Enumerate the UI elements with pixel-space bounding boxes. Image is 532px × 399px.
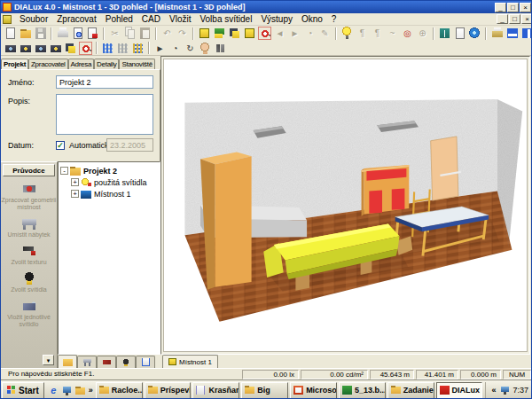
task-button-krasnan[interactable]: Krasňan... bbox=[192, 382, 239, 399]
line-arrangement-icon[interactable]: ¶ bbox=[371, 27, 384, 40]
copy-icon[interactable] bbox=[123, 27, 137, 40]
start-button[interactable]: Start bbox=[2, 382, 44, 399]
task-button-dialux[interactable]: DIALux ... bbox=[436, 382, 483, 399]
false-colors-icon[interactable]: ◎ bbox=[401, 27, 414, 40]
single-luminaire-icon[interactable] bbox=[340, 27, 354, 40]
menu-okno[interactable]: Okno bbox=[297, 14, 327, 24]
insert-room-icon[interactable] bbox=[198, 27, 211, 40]
minimize-button[interactable]: _ bbox=[495, 3, 506, 12]
measure-icon[interactable]: ✎ bbox=[318, 27, 332, 40]
menu-volba-svitidel[interactable]: Volba svítidel bbox=[195, 14, 256, 24]
tree-item-project[interactable]: - Projekt 2 bbox=[60, 165, 160, 176]
print-preview-icon[interactable] bbox=[71, 27, 84, 40]
mdi-restore-button[interactable]: □ bbox=[509, 14, 520, 24]
rotate-icon[interactable]: ↻ bbox=[184, 42, 197, 55]
task-button-microsoft[interactable]: Microso... bbox=[290, 382, 337, 399]
task-button-prispevky[interactable]: Príspevky bbox=[145, 382, 192, 399]
wardrobe[interactable] bbox=[200, 152, 252, 289]
output-icon[interactable] bbox=[490, 27, 504, 40]
viewport-tab-room[interactable]: Místnost 1 bbox=[162, 355, 218, 368]
mdi-close-button[interactable]: × bbox=[521, 14, 532, 24]
guide-item-place-furniture[interactable]: Umístit nábytek bbox=[1, 216, 57, 239]
menu-zpracovat[interactable]: Zpracovat bbox=[52, 14, 100, 24]
tree-tab-luminaires[interactable] bbox=[116, 356, 136, 368]
network-icon[interactable] bbox=[500, 386, 510, 395]
cabinet[interactable] bbox=[362, 165, 410, 216]
mdi-document-icon[interactable] bbox=[3, 15, 12, 24]
luminaire-grid-icon[interactable] bbox=[101, 42, 114, 55]
internet-explorer-icon[interactable]: e bbox=[48, 385, 59, 396]
split-vertical-icon[interactable] bbox=[520, 27, 532, 40]
menu-vystupy[interactable]: Výstupy bbox=[256, 14, 297, 24]
tray-collapse-button[interactable]: « bbox=[489, 386, 497, 395]
tab-adresa[interactable]: Adresa bbox=[68, 59, 95, 69]
expand-icon[interactable]: + bbox=[71, 178, 79, 186]
collapse-icon[interactable]: - bbox=[60, 167, 68, 175]
close-button[interactable]: × bbox=[520, 3, 531, 12]
luminaire-line-icon[interactable] bbox=[131, 42, 145, 55]
menu-vlozit[interactable]: Vložit bbox=[165, 14, 195, 24]
guide-item-choose-luminaire[interactable]: Zvolit svítidla bbox=[1, 271, 57, 293]
show-desktop-icon[interactable] bbox=[61, 385, 73, 396]
task-button-racloe[interactable]: Racloe... bbox=[96, 382, 143, 399]
task-button-zadanie[interactable]: Zadanie... bbox=[387, 382, 434, 399]
curve-arrangement-icon[interactable]: ~ bbox=[386, 27, 399, 40]
menu-cad[interactable]: CAD bbox=[137, 14, 165, 24]
insert-luminaire-icon[interactable] bbox=[243, 27, 256, 40]
menu-soubor[interactable]: Soubor bbox=[15, 14, 52, 24]
export-icon[interactable] bbox=[86, 27, 99, 40]
door[interactable] bbox=[431, 137, 461, 200]
tree-item-room[interactable]: + Místnost 1 bbox=[60, 188, 160, 200]
tree-tab-output[interactable] bbox=[136, 356, 155, 368]
print-icon[interactable] bbox=[56, 27, 69, 40]
tree-tab-project[interactable] bbox=[58, 355, 77, 368]
viewport-3d[interactable] bbox=[160, 56, 530, 355]
auto-date-checkbox[interactable]: ✓ bbox=[56, 141, 65, 150]
previous-view-icon[interactable]: ◄ bbox=[273, 27, 286, 40]
guide-item-insert-single-luminaire[interactable]: Vložit jednotlivé svítidlo bbox=[1, 299, 57, 328]
split-horizontal-icon[interactable] bbox=[505, 27, 519, 40]
title-bar[interactable]: DIALux 4.0 - Mistnost 1 - 3D pohled - [M… bbox=[1, 1, 532, 13]
render-canvas[interactable] bbox=[163, 59, 528, 352]
view-front-icon[interactable] bbox=[34, 42, 47, 55]
mdi-minimize-button[interactable]: _ bbox=[497, 14, 508, 24]
tree-item-used-luminaires[interactable]: + použitá svítidla bbox=[60, 176, 160, 188]
paste-icon[interactable] bbox=[138, 27, 152, 40]
luminaire-selection-icon[interactable] bbox=[258, 27, 271, 40]
task-button-big[interactable]: Big bbox=[241, 382, 288, 399]
walk-icon[interactable] bbox=[214, 42, 227, 55]
standard-view-icon[interactable] bbox=[64, 42, 77, 55]
view-side-icon[interactable] bbox=[49, 42, 62, 55]
tab-projekt[interactable]: Projekt bbox=[1, 59, 28, 69]
cut-icon[interactable]: ✂ bbox=[108, 27, 121, 40]
description-input[interactable] bbox=[56, 94, 153, 135]
luminaire-field-icon[interactable] bbox=[116, 42, 129, 55]
field-arrangement-icon[interactable]: ¶ bbox=[356, 27, 369, 40]
web-icon[interactable] bbox=[468, 27, 481, 40]
history-icon[interactable]: ◔ bbox=[303, 27, 317, 40]
datasheet-icon[interactable] bbox=[453, 27, 466, 40]
menu-pohled[interactable]: Pohled bbox=[101, 14, 137, 24]
next-view-icon[interactable]: ► bbox=[288, 27, 301, 40]
zoom-window-icon[interactable] bbox=[79, 42, 92, 55]
zoom-icon[interactable]: ◔ bbox=[168, 42, 182, 55]
view-top-icon[interactable] bbox=[19, 42, 32, 55]
tree-tab-textures[interactable] bbox=[97, 356, 116, 368]
undo-icon[interactable]: ↶ bbox=[160, 27, 174, 40]
guide-item-choose-texture[interactable]: Zvolit texturu bbox=[1, 244, 57, 266]
save-icon[interactable] bbox=[34, 27, 47, 40]
open-icon[interactable] bbox=[19, 27, 32, 40]
menu-help[interactable]: ? bbox=[327, 14, 341, 24]
pan-icon[interactable] bbox=[199, 42, 212, 55]
room-3d-scene[interactable] bbox=[164, 59, 528, 351]
tree-tab-furniture[interactable] bbox=[77, 356, 97, 368]
tab-zpracovatel[interactable]: Zpracovatel bbox=[28, 59, 68, 69]
redo-icon[interactable]: ↷ bbox=[176, 27, 189, 40]
pointer-icon[interactable]: ► bbox=[153, 42, 167, 55]
insert-furniture-icon[interactable] bbox=[228, 27, 241, 40]
new-icon[interactable] bbox=[4, 27, 17, 40]
tab-detaily[interactable]: Detaily bbox=[94, 59, 119, 69]
guide-more-button[interactable]: ▾ bbox=[43, 355, 54, 365]
task-button-image[interactable]: 5_13.b... bbox=[339, 382, 386, 399]
quick-launch-folder-icon[interactable] bbox=[74, 385, 86, 396]
